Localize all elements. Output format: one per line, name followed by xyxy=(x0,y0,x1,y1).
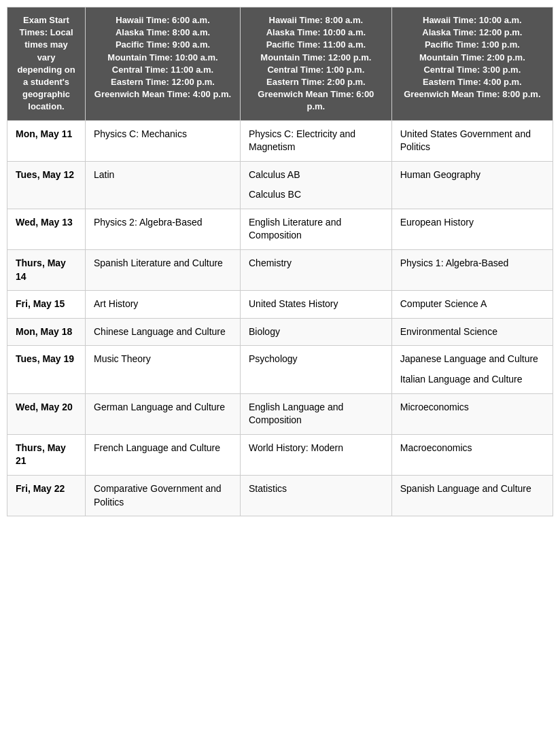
subject-cell: Calculus ABCalculus BC xyxy=(241,161,392,209)
date-cell: Tues, May 19 xyxy=(7,346,86,393)
subject-cell: English Literature and Composition xyxy=(241,209,392,249)
table-row: Thurs, May 14Spanish Literature and Cult… xyxy=(7,250,553,291)
table-row: Tues, May 19Music TheoryPsychologyJapane… xyxy=(7,346,553,393)
subject-label: United States History xyxy=(249,298,383,311)
date-cell: Tues, May 12 xyxy=(7,161,86,209)
subject-cell: Human Geography xyxy=(391,161,553,209)
table-row: Fri, May 15Art HistoryUnited States Hist… xyxy=(7,291,553,319)
subject-label: Environmental Science xyxy=(400,325,544,339)
subject-cell: Physics C: Electricity and Magnetism xyxy=(241,120,392,161)
subject-cell: English Language and Composition xyxy=(241,393,392,434)
subject-label: Spanish Literature and Culture xyxy=(94,257,232,270)
subject-label: Psychology xyxy=(249,353,383,366)
subject-cell: Psychology xyxy=(241,346,392,393)
table-row: Wed, May 20German Language and CultureEn… xyxy=(7,393,553,434)
table-row: Fri, May 22Comparative Government and Po… xyxy=(7,476,553,516)
subject-label: Physics C: Electricity and Magnetism xyxy=(249,128,383,154)
subject-cell: Spanish Language and Culture xyxy=(391,476,553,516)
subject-label: Computer Science A xyxy=(400,298,544,311)
subject-label: Japanese Language and Culture xyxy=(400,353,544,366)
subject-cell: Biology xyxy=(241,318,392,346)
table-row: Mon, May 11Physics C: MechanicsPhysics C… xyxy=(7,120,553,161)
subject-cell: World History: Modern xyxy=(241,434,392,475)
date-cell: Mon, May 18 xyxy=(7,318,86,346)
table-row: Mon, May 18Chinese Language and CultureB… xyxy=(7,318,553,346)
subject-cell: Physics 2: Algebra-Based xyxy=(86,209,241,249)
subject-label: Biology xyxy=(249,325,383,339)
subject-label: Spanish Language and Culture xyxy=(400,482,544,496)
subject-label: French Language and Culture xyxy=(94,442,232,455)
date-cell: Mon, May 11 xyxy=(7,120,86,161)
subject-label: Calculus BC xyxy=(249,188,383,202)
subject-cell: Computer Science A xyxy=(391,291,553,319)
table-row: Wed, May 13Physics 2: Algebra-BasedEngli… xyxy=(7,209,553,249)
subject-label: Physics 2: Algebra-Based xyxy=(94,216,232,230)
date-cell: Wed, May 20 xyxy=(7,393,86,434)
subject-cell: Physics 1: Algebra-Based xyxy=(391,250,553,291)
subject-label: Calculus AB xyxy=(249,168,383,182)
date-cell: Fri, May 22 xyxy=(7,476,86,516)
subject-cell: Spanish Literature and Culture xyxy=(86,250,241,291)
subject-label: European History xyxy=(400,216,544,230)
subject-cell: Physics C: Mechanics xyxy=(86,120,241,161)
date-cell: Fri, May 15 xyxy=(7,291,86,319)
subject-cell: European History xyxy=(391,209,553,249)
subject-label: Statistics xyxy=(249,482,383,496)
subject-label: Comparative Government and Politics xyxy=(94,482,232,509)
subject-cell: Environmental Science xyxy=(391,318,553,346)
subject-cell: German Language and Culture xyxy=(86,393,241,434)
subject-label: English Literature and Composition xyxy=(249,216,383,243)
subject-cell: Art History xyxy=(86,291,241,319)
subject-label: Italian Language and Culture xyxy=(400,373,544,387)
subject-cell: Microeconomics xyxy=(391,393,553,434)
subject-label: World History: Modern xyxy=(249,442,383,455)
subject-label: German Language and Culture xyxy=(94,401,232,414)
subject-label: Latin xyxy=(94,168,232,182)
subject-label: English Language and Composition xyxy=(249,401,383,427)
subject-cell: Chinese Language and Culture xyxy=(86,318,241,346)
subject-cell: Chemistry xyxy=(241,250,392,291)
header-col-label: Exam Start Times: Local times may vary d… xyxy=(7,7,86,121)
subject-label: Physics 1: Algebra-Based xyxy=(400,257,544,270)
subject-cell: Japanese Language and CultureItalian Lan… xyxy=(391,346,553,393)
subject-label: Microeconomics xyxy=(400,401,544,414)
header-col-time2: Hawaii Time: 8:00 a.m.Alaska Time: 10:00… xyxy=(241,7,392,121)
subject-label: Art History xyxy=(94,298,232,311)
subject-cell: United States History xyxy=(241,291,392,319)
subject-label: Music Theory xyxy=(94,353,232,366)
date-cell: Wed, May 13 xyxy=(7,209,86,249)
subject-cell: Statistics xyxy=(241,476,392,516)
header-col-time3: Hawaii Time: 10:00 a.m.Alaska Time: 12:0… xyxy=(391,7,553,121)
exam-schedule-table: Exam Start Times: Local times may vary d… xyxy=(7,7,553,516)
schedule-body: Mon, May 11Physics C: MechanicsPhysics C… xyxy=(7,120,553,516)
date-cell: Thurs, May 21 xyxy=(7,434,86,475)
header-row: Exam Start Times: Local times may vary d… xyxy=(7,7,553,121)
subject-label: Physics C: Mechanics xyxy=(94,128,232,141)
subject-label: Chemistry xyxy=(249,257,383,270)
date-cell: Thurs, May 14 xyxy=(7,250,86,291)
table-row: Thurs, May 21French Language and Culture… xyxy=(7,434,553,475)
subject-cell: United States Government and Politics xyxy=(391,120,553,161)
table-row: Tues, May 12LatinCalculus ABCalculus BCH… xyxy=(7,161,553,209)
subject-cell: Latin xyxy=(86,161,241,209)
subject-label: Human Geography xyxy=(400,168,544,182)
subject-label: United States Government and Politics xyxy=(400,128,544,154)
header-col-time1: Hawaii Time: 6:00 a.m.Alaska Time: 8:00 … xyxy=(86,7,241,121)
subject-cell: Comparative Government and Politics xyxy=(86,476,241,516)
subject-label: Macroeconomics xyxy=(400,442,544,455)
subject-label: Chinese Language and Culture xyxy=(94,325,232,339)
subject-cell: French Language and Culture xyxy=(86,434,241,475)
subject-cell: Music Theory xyxy=(86,346,241,393)
subject-cell: Macroeconomics xyxy=(391,434,553,475)
